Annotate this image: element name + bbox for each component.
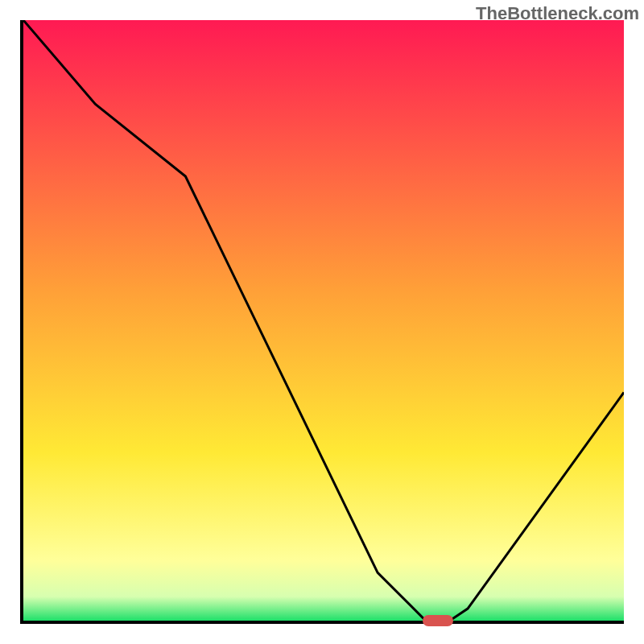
bottleneck-curve — [23, 20, 624, 621]
watermark-text: TheBottleneck.com — [476, 3, 639, 24]
optimal-marker — [423, 615, 453, 626]
chart-frame — [20, 20, 624, 624]
chart-container: TheBottleneck.com — [0, 0, 644, 644]
